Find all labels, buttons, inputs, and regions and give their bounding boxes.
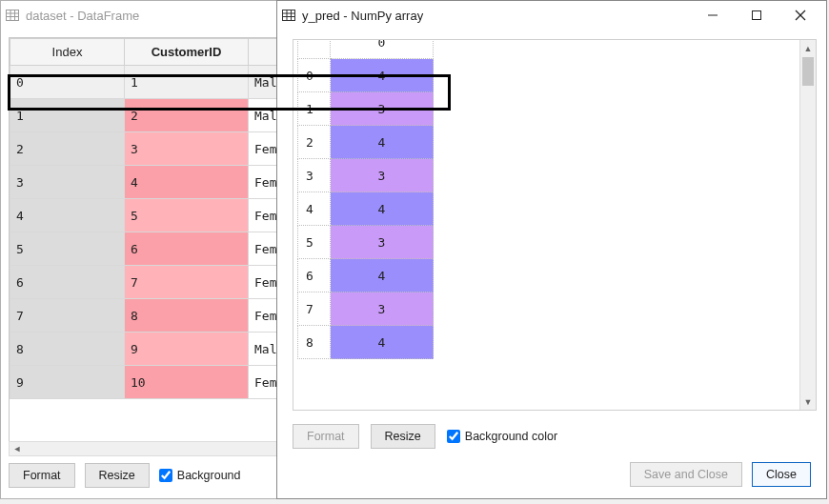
format-button[interactable]: Format [9, 463, 75, 488]
table-row[interactable]: 84 [298, 326, 434, 359]
titlebar[interactable]: y_pred - NumPy array [277, 1, 826, 30]
cell-index[interactable]: 7 [10, 299, 125, 333]
cell-index[interactable]: 1 [10, 99, 125, 132]
table-row[interactable]: 33 [298, 159, 434, 192]
cell-customerid[interactable]: 1 [125, 66, 249, 99]
vertical-scrollbar[interactable]: ▲ ▼ [799, 40, 816, 410]
cell-value[interactable]: 3 [331, 226, 434, 259]
dataframe-grid[interactable]: IndexCustomerIDGender 01Male12Male23Fema… [9, 37, 304, 453]
cell-index[interactable]: 3 [10, 166, 125, 199]
resize-button[interactable]: Resize [371, 424, 435, 449]
table-icon [281, 8, 296, 23]
table-row[interactable]: 04 [298, 59, 434, 92]
cell-index[interactable]: 6 [298, 259, 331, 292]
window-title: y_pred - NumPy array [302, 9, 423, 23]
table-row[interactable]: 67Fema [10, 266, 305, 299]
table-row[interactable]: 56Fema [10, 232, 305, 266]
cell-index[interactable]: 7 [298, 292, 331, 326]
action-bar: Save and Close Close [293, 460, 811, 489]
close-window-button[interactable] [778, 2, 822, 29]
cell-index[interactable]: 2 [10, 132, 125, 166]
cell-index[interactable]: 4 [298, 192, 331, 226]
cell-index[interactable]: 1 [298, 92, 331, 126]
window-title: dataset - DataFrame [26, 9, 139, 23]
cell-index[interactable]: 2 [298, 126, 331, 159]
table-row[interactable]: 45Fema [10, 199, 305, 232]
format-button[interactable]: Format [293, 424, 359, 449]
save-and-close-button[interactable]: Save and Close [630, 462, 742, 487]
cell-customerid[interactable]: 3 [125, 132, 249, 166]
background-checkbox-label: Background [177, 469, 241, 482]
cell-customerid[interactable]: 10 [125, 366, 249, 399]
cell-index[interactable]: 3 [298, 159, 331, 192]
table-row[interactable]: 13 [298, 92, 434, 126]
ypred-window: y_pred - NumPy array 0041324334453647384… [276, 0, 827, 499]
cell-customerid[interactable]: 2 [125, 99, 249, 132]
column-header-customerid[interactable]: CustomerID [125, 39, 249, 66]
maximize-button[interactable] [735, 2, 778, 29]
svg-rect-0 [7, 10, 19, 21]
close-button[interactable]: Close [752, 462, 811, 487]
cell-index[interactable]: 4 [10, 199, 125, 232]
dataset-window: dataset - DataFrame IndexCustomerIDGende… [0, 0, 305, 499]
background-color-checkbox-label: Background color [465, 430, 557, 443]
table-icon [5, 8, 20, 23]
cell-index[interactable]: 8 [298, 326, 331, 359]
cell-index[interactable]: 8 [10, 333, 125, 366]
titlebar[interactable]: dataset - DataFrame [1, 1, 304, 30]
cell-index[interactable]: 0 [298, 59, 331, 92]
table-row[interactable]: 12Male [10, 99, 305, 132]
bottom-toolbar: Format Resize Background [9, 460, 296, 491]
resize-button[interactable]: Resize [85, 463, 150, 488]
svg-rect-5 [283, 10, 295, 21]
table-row[interactable]: 64 [298, 259, 434, 292]
background-checkbox-input[interactable] [159, 469, 172, 482]
array-grid[interactable]: 0041324334453647384 ▲ ▼ [293, 39, 817, 411]
background-color-checkbox-input[interactable] [447, 430, 460, 443]
table-row[interactable]: 53 [298, 226, 434, 259]
cell-customerid[interactable]: 8 [125, 299, 249, 333]
cell-value[interactable]: 3 [331, 159, 434, 192]
horizontal-scrollbar[interactable]: ◄ ► [9, 441, 296, 456]
scroll-left-icon[interactable]: ◄ [10, 444, 25, 454]
cell-value[interactable]: 3 [331, 292, 434, 326]
table-row[interactable]: 78Fema [10, 299, 305, 333]
cell-index[interactable]: 6 [10, 266, 125, 299]
cell-value[interactable]: 4 [331, 59, 434, 92]
cell-value[interactable]: 0 [331, 39, 434, 59]
svg-line-13 [796, 10, 805, 20]
toolbar: Format Resize Background color [293, 422, 811, 451]
scroll-up-icon[interactable]: ▲ [800, 40, 816, 56]
cell-customerid[interactable]: 6 [125, 232, 249, 266]
cell-value[interactable]: 3 [331, 92, 434, 126]
table-row[interactable]: 910Fema [10, 366, 305, 399]
table-row[interactable]: 34Fema [10, 166, 305, 199]
cell-value[interactable]: 4 [331, 326, 434, 359]
scroll-down-icon[interactable]: ▼ [800, 393, 816, 410]
cell-value[interactable]: 4 [331, 259, 434, 292]
table-row[interactable]: 01Male [10, 66, 305, 99]
cell-customerid[interactable]: 5 [125, 199, 249, 232]
cell-customerid[interactable]: 4 [125, 166, 249, 199]
cell-index[interactable]: 0 [10, 66, 125, 99]
cell-index[interactable]: 5 [298, 226, 331, 259]
table-row[interactable]: 24 [298, 126, 434, 159]
background-checkbox[interactable]: Background [159, 469, 241, 482]
scroll-thumb[interactable] [802, 57, 814, 86]
table-row[interactable]: 73 [298, 292, 434, 326]
cell-index[interactable]: 5 [10, 232, 125, 266]
column-header-index[interactable]: Index [10, 39, 125, 66]
cell-customerid[interactable]: 9 [125, 333, 249, 366]
svg-line-12 [796, 10, 805, 20]
background-color-checkbox[interactable]: Background color [447, 430, 557, 443]
table-row[interactable]: 44 [298, 192, 434, 226]
table-row[interactable]: 89Male [10, 333, 305, 366]
table-row[interactable]: 23Fema [10, 132, 305, 166]
svg-rect-11 [753, 11, 761, 20]
cell-value[interactable]: 4 [331, 126, 434, 159]
cell-value[interactable]: 4 [331, 192, 434, 226]
cell-customerid[interactable]: 7 [125, 266, 249, 299]
minimize-button[interactable] [691, 2, 735, 29]
cell-index[interactable]: 9 [10, 366, 125, 399]
